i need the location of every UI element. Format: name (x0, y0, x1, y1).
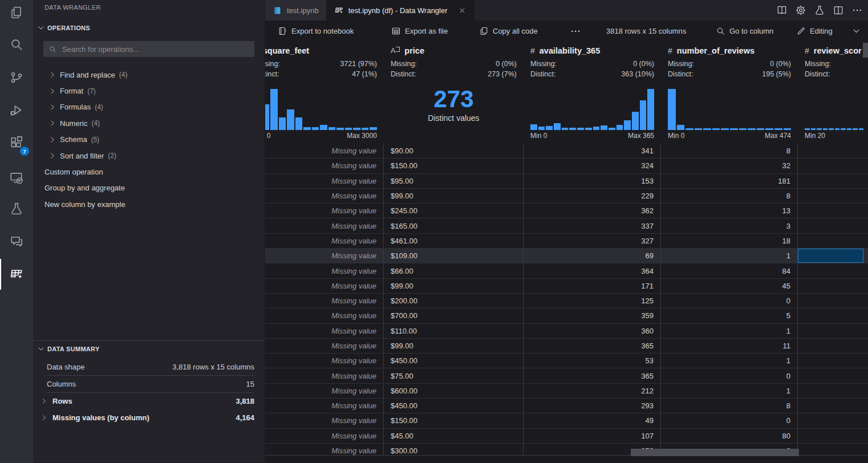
summary-row-rows[interactable]: Rows3,818 (47, 393, 254, 409)
cell-price[interactable]: $165.00 (384, 218, 524, 233)
operation-item-custom-operation[interactable]: Custom operation (33, 164, 265, 180)
cell-review_scor[interactable] (798, 354, 868, 368)
activity-bar-item-remote-explorer[interactable] (0, 166, 33, 189)
cell-review_scor[interactable] (798, 159, 868, 173)
cell-number_of_reviews[interactable]: 80 (661, 429, 798, 443)
cell-square_feet[interactable]: Missing value (265, 279, 384, 293)
cell-number_of_reviews[interactable]: 45 (661, 279, 798, 293)
cell-review_scor[interactable] (798, 204, 868, 218)
cell-review_scor[interactable] (798, 279, 868, 293)
cell-square_feet[interactable]: Missing value (265, 308, 384, 323)
cell-number_of_reviews[interactable]: 0 (661, 368, 798, 383)
cell-price[interactable]: $90.00 (384, 144, 524, 158)
cell-availability_365[interactable]: 362 (524, 204, 661, 218)
cell-availability_365[interactable]: 49 (524, 413, 661, 428)
cell-review_scor[interactable] (798, 294, 868, 308)
cell-number_of_reviews[interactable]: 1 (661, 354, 798, 368)
cell-square_feet[interactable]: Missing value (265, 429, 384, 443)
summary-row-missing-values-by-column-[interactable]: Missing values (by column)4,164 (47, 409, 254, 426)
cell-square_feet[interactable]: Missing value (265, 204, 384, 218)
table-row[interactable]: Missing value$99.002298 (265, 189, 868, 204)
cell-price[interactable]: $461.00 (384, 234, 524, 248)
table-row[interactable]: Missing value$150.0032432 (265, 159, 868, 173)
cell-review_scor[interactable] (798, 399, 868, 413)
cell-review_scor[interactable] (798, 413, 868, 428)
cell-price[interactable]: $45.00 (384, 429, 524, 443)
cell-review_scor[interactable] (798, 189, 868, 203)
cell-availability_365[interactable]: 53 (524, 354, 661, 368)
operations-search[interactable] (43, 41, 254, 57)
cell-price[interactable]: $300.00 (384, 444, 524, 456)
cell-square_feet[interactable]: Missing value (265, 368, 384, 383)
cell-number_of_reviews[interactable]: 32 (661, 159, 798, 173)
cell-square_feet[interactable]: Missing value (265, 263, 384, 278)
cell-number_of_reviews[interactable]: 1 (661, 249, 798, 263)
table-row[interactable]: Missing value$99.0017145 (265, 279, 868, 294)
cell-price[interactable]: $450.00 (384, 399, 524, 413)
export-as-file-button[interactable]: Export as file (391, 21, 448, 41)
activity-bar-item-run-and-debug[interactable] (0, 99, 33, 121)
table-row[interactable]: Missing value$109.00691 (265, 249, 868, 263)
activity-bar-item-source-control[interactable] (0, 66, 33, 89)
cell-number_of_reviews[interactable]: 0 (661, 413, 798, 428)
cell-price[interactable]: $95.00 (384, 174, 524, 188)
cell-number_of_reviews[interactable]: 8 (661, 144, 798, 158)
operations-search-input[interactable] (61, 44, 249, 54)
beaker-icon[interactable] (814, 5, 825, 16)
cell-review_scor[interactable] (798, 368, 868, 383)
cell-price[interactable]: $700.00 (384, 308, 524, 323)
activity-bar-item-search[interactable] (0, 33, 33, 56)
data-summary-header[interactable]: DATA SUMMARY (36, 344, 100, 354)
horizontal-scrollbar-thumb[interactable] (631, 449, 799, 456)
cell-availability_365[interactable]: 359 (524, 308, 661, 323)
cell-availability_365[interactable]: 365 (524, 339, 661, 353)
cell-availability_365[interactable]: 293 (524, 399, 661, 413)
table-row[interactable]: Missing value$450.00531 (265, 354, 868, 368)
table-row[interactable]: Missing value$200.001250 (265, 294, 868, 308)
cell-price[interactable]: $600.00 (384, 384, 524, 398)
activity-bar-item-explorer[interactable] (0, 1, 33, 24)
operation-group-sort-and-filter[interactable]: Sort and filter(2) (33, 148, 265, 164)
operation-group-numeric[interactable]: Numeric(4) (33, 115, 265, 131)
cell-square_feet[interactable]: Missing value (265, 144, 384, 158)
cell-square_feet[interactable]: Missing value (265, 384, 384, 398)
cell-number_of_reviews[interactable]: 0 (661, 294, 798, 308)
table-row[interactable]: Missing value$461.0032718 (265, 234, 868, 249)
cell-price[interactable]: $450.00 (384, 354, 524, 368)
cell-availability_365[interactable]: 69 (524, 249, 661, 263)
table-row[interactable]: Missing value$45.0010780 (265, 429, 868, 444)
cell-square_feet[interactable]: Missing value (265, 444, 384, 456)
cell-price[interactable]: $110.00 (384, 324, 524, 338)
toolbar-more-button[interactable]: ··· (571, 21, 581, 41)
cell-review_scor[interactable] (798, 308, 868, 323)
cell-square_feet[interactable]: Missing value (265, 324, 384, 338)
activity-bar-item-chat[interactable] (0, 230, 33, 253)
table-row[interactable]: Missing value$95.00153181 (265, 174, 868, 189)
cell-availability_365[interactable]: 327 (524, 234, 661, 248)
close-icon[interactable] (458, 6, 467, 15)
cell-availability_365[interactable]: 125 (524, 294, 661, 308)
copy-all-code-button[interactable]: Copy all code (479, 21, 538, 41)
selected-cell[interactable] (798, 249, 863, 263)
table-row[interactable]: Missing value$90.003418 (265, 144, 868, 159)
cell-review_scor[interactable] (798, 234, 868, 248)
cell-square_feet[interactable]: Missing value (265, 159, 384, 173)
cell-number_of_reviews[interactable]: 181 (661, 174, 798, 188)
open-book-icon[interactable] (776, 5, 788, 16)
settings-gear-icon[interactable] (795, 5, 806, 16)
cell-review_scor[interactable] (798, 384, 868, 398)
table-row[interactable]: Missing value$150.00490 (265, 413, 868, 428)
operation-item-new-column-by-example[interactable]: New column by example (33, 196, 265, 212)
cell-availability_365[interactable]: 229 (524, 189, 661, 203)
cell-availability_365[interactable]: 324 (524, 159, 661, 173)
cell-review_scor[interactable] (798, 218, 868, 233)
cell-price[interactable]: $200.00 (384, 294, 524, 308)
cell-availability_365[interactable]: 153 (524, 174, 661, 188)
tab-test-ipynb[interactable]: test.ipynb (265, 0, 327, 21)
cell-square_feet[interactable]: Missing value (265, 174, 384, 188)
cell-price[interactable]: $66.00 (384, 263, 524, 278)
cell-availability_365[interactable]: 171 (524, 279, 661, 293)
cell-square_feet[interactable]: Missing value (265, 234, 384, 248)
operation-group-find-and-replace[interactable]: Find and replace(4) (33, 67, 265, 83)
cell-price[interactable]: $99.00 (384, 339, 524, 353)
